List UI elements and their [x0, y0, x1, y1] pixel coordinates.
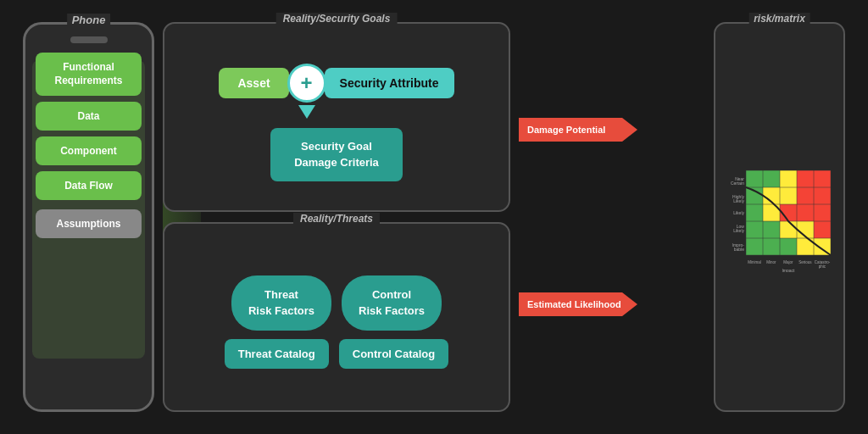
- panel-title-right: risk/matrix: [748, 13, 810, 25]
- control-risk-box: Control Risk Factors: [342, 275, 442, 330]
- data-flow-item: Data Flow: [36, 171, 142, 200]
- assumptions-item: Assumptions: [36, 209, 142, 238]
- phone-panel: Phone Functional Requirements Data Compo…: [23, 22, 154, 412]
- right-panel: risk/matrix: [714, 22, 845, 412]
- svg-text:Serious: Serious: [798, 260, 812, 264]
- svg-text:Likely: Likely: [733, 228, 744, 233]
- panel-title-phone: Phone: [67, 14, 111, 26]
- svg-text:Impact: Impact: [782, 268, 795, 272]
- data-item: Data: [36, 102, 142, 131]
- svg-text:Minimal: Minimal: [748, 260, 761, 264]
- threat-control-row: Threat Risk Factors Control Risk Factors: [173, 275, 500, 330]
- functional-req-item: Functional Requirements: [36, 53, 142, 96]
- control-catalog-box: Control Catalog: [339, 339, 449, 369]
- threat-catalog-box: Threat Catalog: [225, 339, 329, 369]
- threat-risk-box: Threat Risk Factors: [231, 275, 331, 330]
- svg-rect-13: [797, 204, 814, 221]
- svg-rect-22: [780, 238, 797, 255]
- svg-text:Likely: Likely: [733, 198, 744, 203]
- svg-text:Minor: Minor: [766, 260, 776, 264]
- bottom-middle-panel: Reality/Threats Threat Risk Factors Cont…: [163, 222, 510, 412]
- svg-rect-19: [814, 221, 831, 238]
- svg-rect-21: [763, 238, 780, 255]
- asset-box: Asset: [219, 68, 288, 98]
- svg-text:bable: bable: [733, 247, 743, 252]
- phone-notch: [70, 36, 108, 43]
- svg-text:Major: Major: [783, 260, 793, 264]
- svg-rect-9: [814, 187, 831, 204]
- svg-rect-1: [763, 170, 780, 187]
- svg-rect-4: [814, 170, 831, 187]
- panel-title-bottom-middle: Reality/Threats: [293, 213, 380, 225]
- svg-rect-8: [797, 187, 814, 204]
- damage-potential-row: Damage Potential: [519, 22, 637, 212]
- top-middle-panel: Reality/Security Goals Asset + Security …: [163, 22, 510, 212]
- security-attribute-box: Security Attribute: [325, 68, 454, 98]
- asset-security-row: Asset + Security Attribute: [178, 64, 495, 103]
- panel-title-top-middle: Reality/Security Goals: [276, 13, 398, 25]
- estimated-likelihood-row: Estimated Likelihood: [519, 222, 637, 412]
- svg-rect-7: [780, 187, 797, 204]
- svg-text:Certain: Certain: [730, 181, 743, 186]
- svg-rect-14: [814, 204, 831, 221]
- security-goal-box: Security Goal Damage Criteria: [270, 128, 403, 181]
- down-arrow: [298, 105, 315, 119]
- svg-rect-10: [746, 204, 763, 221]
- catalog-row: Threat Catalog Control Catalog: [173, 339, 500, 369]
- middle-section: Reality/Security Goals Asset + Security …: [163, 22, 510, 412]
- estimated-likelihood-arrow: Estimated Likelihood: [519, 292, 637, 316]
- risk-matrix-chart: Near Certain Highly Likely Likely Low Li…: [721, 162, 839, 272]
- damage-potential-arrow: Damage Potential: [519, 118, 637, 142]
- right-section: Damage Potential Estimated Likelihood: [519, 22, 705, 412]
- component-item: Component: [36, 136, 142, 165]
- svg-rect-3: [797, 170, 814, 187]
- svg-text:phic: phic: [818, 264, 826, 269]
- svg-rect-0: [746, 170, 763, 187]
- security-goal-label: Security Goal: [294, 138, 379, 155]
- svg-text:Likely: Likely: [733, 210, 744, 215]
- svg-rect-2: [780, 170, 797, 187]
- svg-rect-17: [780, 221, 797, 238]
- plus-circle: +: [287, 64, 326, 103]
- svg-rect-20: [746, 238, 763, 255]
- damage-criteria-label: Damage Criteria: [294, 154, 379, 171]
- svg-rect-16: [763, 221, 780, 238]
- svg-rect-15: [746, 221, 763, 238]
